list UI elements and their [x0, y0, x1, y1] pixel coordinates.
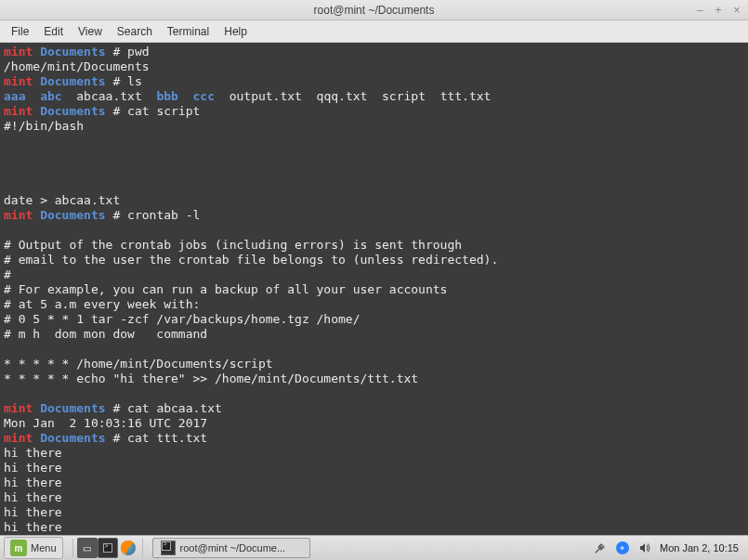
- terminal-line: #: [4, 267, 744, 282]
- terminal-line: hi there: [4, 475, 744, 490]
- terminal-launcher-icon[interactable]: [98, 538, 118, 558]
- terminal-line: # 0 5 * * 1 tar -zcf /var/backups/home.t…: [4, 312, 744, 327]
- terminal-line: hi there: [4, 461, 744, 475]
- window-title: root@mint ~/Documents: [314, 4, 435, 17]
- terminal-line: mint Documents # cat abcaa.txt: [4, 401, 744, 416]
- terminal-line: date > abcaa.txt: [4, 193, 744, 208]
- terminal-line: # m h dom mon dow command: [4, 327, 744, 342]
- terminal-window: root@mint ~/Documents – + × File Edit Vi…: [0, 0, 748, 535]
- terminal-line: /home/mint/Documents: [4, 59, 744, 74]
- volume-icon[interactable]: [637, 540, 652, 555]
- system-tray: ⌖ Mon Jan 2, 10:15: [593, 540, 744, 555]
- terminal-line: [4, 178, 744, 193]
- titlebar[interactable]: root@mint ~/Documents – + ×: [0, 0, 748, 20]
- terminal-line: #!/bin/bash: [4, 119, 744, 134]
- start-menu-button[interactable]: m Menu: [4, 537, 63, 559]
- power-plug-icon[interactable]: [593, 540, 608, 555]
- separator: [72, 539, 73, 557]
- bluetooth-icon[interactable]: ⌖: [615, 540, 630, 555]
- menu-help[interactable]: Help: [217, 23, 255, 40]
- minimize-button[interactable]: –: [694, 4, 705, 17]
- terminal-line: # at 5 a.m every week with:: [4, 297, 744, 312]
- terminal-line: mint Documents # cat script: [4, 104, 744, 119]
- terminal-line: # For example, you can run a backup of a…: [4, 282, 744, 297]
- terminal-line: [4, 134, 744, 149]
- terminal-line: hi there: [4, 505, 744, 520]
- firefox-launcher-icon[interactable]: [118, 538, 138, 558]
- terminal-icon: [161, 540, 176, 555]
- maximize-button[interactable]: +: [713, 4, 724, 17]
- terminal-line: hi there: [4, 446, 744, 461]
- taskbar-item-label: root@mint ~/Docume...: [180, 542, 286, 553]
- terminal-line: Mon Jan 2 10:03:16 UTC 2017: [4, 416, 744, 431]
- terminal-line: * * * * * /home/mint/Documents/script: [4, 357, 744, 371]
- terminal-line: mint Documents # pwd: [4, 45, 744, 59]
- terminal-line: [4, 386, 744, 401]
- separator: [142, 539, 143, 557]
- terminal-area[interactable]: mint Documents # pwd/home/mint/Documents…: [0, 43, 748, 535]
- terminal-line: [4, 223, 744, 238]
- taskbar: m Menu ▭ root@mint ~/Docume... ⌖ Mon Jan…: [0, 535, 748, 560]
- terminal-line: [4, 149, 744, 163]
- terminal-line: # email to the user the crontab file bel…: [4, 253, 744, 267]
- close-button[interactable]: ×: [731, 4, 742, 17]
- terminal-line: aaa abc abcaa.txt bbb ccc output.txt qqq…: [4, 89, 744, 104]
- show-desktop-icon[interactable]: ▭: [77, 538, 98, 558]
- terminal-line: hi there: [4, 490, 744, 505]
- terminal-line: hi there: [4, 520, 744, 535]
- clock[interactable]: Mon Jan 2, 10:15: [660, 542, 739, 553]
- terminal-line: mint Documents # crontab -l: [4, 208, 744, 223]
- menubar: File Edit View Search Terminal Help: [0, 20, 748, 43]
- menu-file[interactable]: File: [4, 23, 36, 40]
- terminal-line: mint Documents # cat ttt.txt: [4, 431, 744, 446]
- menu-view[interactable]: View: [71, 23, 110, 40]
- menu-terminal[interactable]: Terminal: [160, 23, 217, 40]
- terminal-line: # Output of the crontab jobs (including …: [4, 238, 744, 253]
- terminal-line: * * * * * echo "hi there" >> /home/mint/…: [4, 371, 744, 386]
- menu-edit[interactable]: Edit: [36, 23, 71, 40]
- menu-search[interactable]: Search: [110, 23, 160, 40]
- terminal-line: [4, 342, 744, 357]
- mint-logo-icon: m: [10, 540, 27, 556]
- terminal-line: mint Documents # ls: [4, 74, 744, 89]
- taskbar-item-terminal[interactable]: root@mint ~/Docume...: [152, 538, 310, 558]
- start-menu-label: Menu: [31, 542, 57, 553]
- window-controls: – + ×: [694, 4, 742, 17]
- terminal-line: [4, 163, 744, 178]
